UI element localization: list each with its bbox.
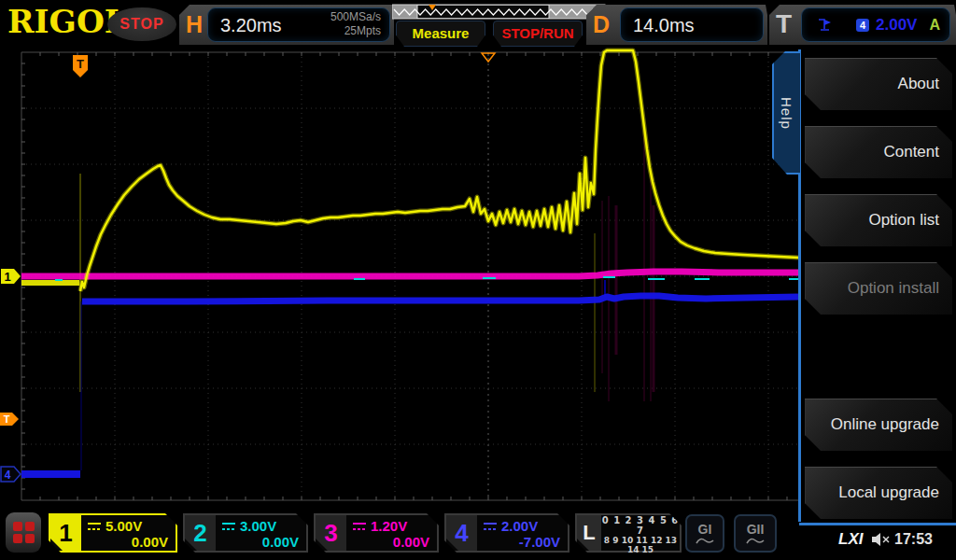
trigger-slope-falling-icon	[817, 17, 832, 33]
channel-1-scale: 5.00V	[105, 518, 142, 534]
stop-run-button[interactable]: STOP/RUN	[493, 21, 583, 47]
lxi-logo: LXI	[838, 530, 863, 549]
help-tab[interactable]: Help	[772, 51, 800, 175]
delay-settings-box[interactable]: D 14.0ms	[586, 5, 767, 45]
dc-coupling-icon	[353, 522, 366, 531]
logic-analyzer-box[interactable]: L 0 1 2 3 4 5 6 7 8 9 10 11 12 13 14 15	[575, 513, 682, 553]
sine-wave-icon	[746, 537, 765, 545]
menu-grid-button[interactable]	[6, 512, 41, 553]
sidebar-button-online-upgrade[interactable]: Online upgrade	[805, 399, 952, 451]
delay-value: 14.0ms	[633, 15, 695, 36]
trace-layer	[21, 50, 798, 474]
channel-4-scale: 2.00V	[501, 518, 538, 534]
logic-channels-row2: 8 9 10 11 12 13 14 15	[601, 536, 680, 554]
trigger-settings-box[interactable]: T 4 2.00V A	[769, 5, 956, 45]
dc-coupling-icon	[88, 522, 101, 531]
horizontal-scale-value: 3.20ms	[220, 15, 282, 36]
channel-3-box[interactable]: 3 1.20V 0.00V	[314, 513, 439, 553]
horizontal-label: H	[186, 11, 203, 38]
trigger-mode-indicator: A	[929, 17, 940, 34]
svg-text:T: T	[4, 413, 10, 425]
g1-label: GI	[698, 523, 712, 537]
dc-coupling-icon	[222, 522, 235, 531]
channel-1-offset: 0.00V	[88, 534, 168, 550]
delay-label: D	[593, 11, 610, 38]
channel-2-scale: 3.00V	[240, 518, 276, 534]
menu-grid-dot	[25, 522, 35, 531]
logic-analyzer-label: L	[577, 515, 601, 551]
svg-text:T: T	[77, 57, 84, 71]
horizontal-settings-box[interactable]: H 3.20ms 500MSa/s 25Mpts	[179, 5, 394, 45]
channel-4-number: 4	[446, 515, 477, 551]
channel-3-offset: 0.00V	[353, 534, 429, 550]
g1-source-button[interactable]: GI	[685, 514, 724, 553]
oscilloscope-screen: T1T4 RIGOL STOP H 3.20ms 500MSa/s 25Mpts…	[0, 0, 956, 560]
channel-2-box[interactable]: 2 3.00V 0.00V	[183, 513, 308, 553]
acquisition-status-badge: STOP	[107, 7, 176, 41]
channel-3-number: 3	[316, 515, 346, 551]
g2-label: GII	[747, 523, 765, 537]
sidebar-button-option-list[interactable]: Option list	[805, 194, 952, 246]
channel-2-number: 2	[185, 515, 216, 551]
sidebar-button-option-install[interactable]: Option install	[805, 262, 952, 315]
g2-source-button[interactable]: GII	[734, 514, 777, 553]
trigger-label: T	[776, 9, 792, 39]
channel-4-offset: -7.00V	[484, 534, 560, 550]
menu-grid-dot	[13, 534, 22, 543]
sidebar-border-bottom	[799, 523, 956, 525]
channel-1-box[interactable]: 1 5.00V 0.00V	[49, 513, 177, 553]
trigger-level-value: 2.00V	[876, 16, 917, 35]
memory-depth: 25Mpts	[330, 24, 381, 38]
logic-channels-row1: 0 1 2 3 4 5 6 7	[601, 515, 680, 536]
menu-grid-dot	[13, 522, 22, 531]
sidebar-button-content[interactable]: Content	[805, 126, 952, 178]
sample-rate: 500MSa/s	[330, 10, 381, 24]
memory-overview-strip[interactable]	[392, 3, 607, 20]
svg-text:4: 4	[5, 469, 11, 482]
sine-wave-icon	[696, 537, 714, 545]
clock: 17:53	[894, 531, 933, 548]
trigger-source-badge: 4	[856, 19, 869, 32]
dc-coupling-icon	[484, 522, 497, 531]
channel-2-offset: 0.00V	[222, 534, 299, 550]
help-tab-label: Help	[779, 97, 794, 130]
channel-3-scale: 1.20V	[371, 518, 407, 534]
svg-text:1: 1	[4, 270, 10, 284]
channel-4-box[interactable]: 4 2.00V -7.00V	[444, 513, 569, 553]
sidebar-button-about[interactable]: About	[805, 58, 952, 110]
menu-grid-dot	[25, 534, 35, 543]
speaker-muted-icon[interactable]	[872, 532, 891, 547]
channel-1-number: 1	[50, 515, 81, 551]
sidebar-button-local-upgrade[interactable]: Local upgrade	[805, 467, 952, 519]
measure-button[interactable]: Measure	[396, 21, 485, 47]
